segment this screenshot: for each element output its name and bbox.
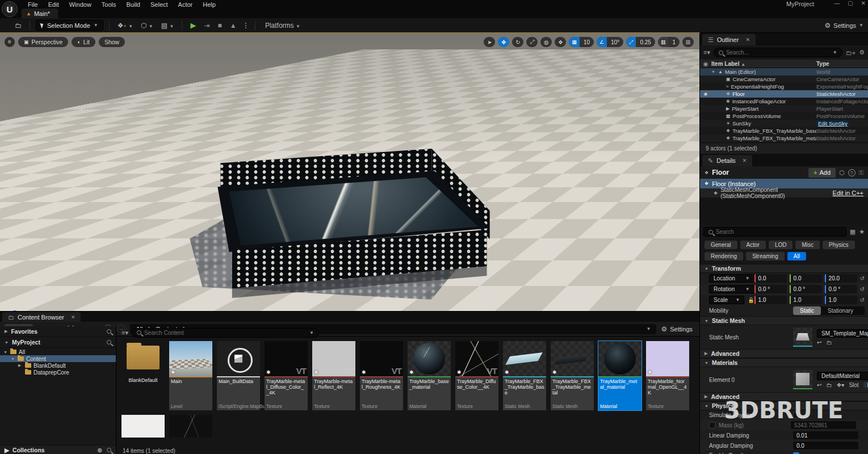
asset-tile[interactable] <box>169 415 212 438</box>
content-search-input[interactable] <box>144 330 307 336</box>
viewport[interactable]: ≡ ▣Perspective ◐Lit Show ➤ ✥ ↻ ⤢ ◍ ❖ ▦10… <box>0 33 699 311</box>
reset-icon[interactable]: ↺ <box>860 286 865 292</box>
mobility-option-static[interactable]: Static <box>793 306 821 315</box>
close-icon[interactable]: ✕ <box>71 314 76 320</box>
chevron-down-icon[interactable]: ▼ <box>833 50 837 55</box>
filter-icon[interactable]: ≡▾ <box>703 49 710 56</box>
favorites-icon[interactable]: ★ <box>859 228 865 236</box>
add-collection-icon[interactable]: ⊕ <box>97 447 102 453</box>
rotate-tool[interactable]: ↻ <box>512 37 523 47</box>
eye-icon[interactable]: ◉ <box>700 61 711 67</box>
favorites-section[interactable]: ▶ Favorites <box>0 326 116 337</box>
selection-mode-dropdown[interactable]: Selection Mode ▼ <box>36 20 103 31</box>
material-dropdown[interactable]: DefaultMaterial▼ <box>817 372 868 380</box>
component-row-staticmesh[interactable]: ❖ StaticMeshComponent (StaticMeshCompone… <box>700 188 868 197</box>
close-icon[interactable]: ✕ <box>745 37 750 43</box>
stop-button[interactable]: ■ <box>215 22 224 30</box>
section-advanced-mesh[interactable]: ▶Advanced <box>700 349 868 358</box>
material-thumbnail[interactable] <box>793 370 812 389</box>
camera-speed-control[interactable]: ▥1 <box>658 37 680 47</box>
section-materials[interactable]: ▼Materials <box>700 358 868 367</box>
play-button[interactable]: ▶ <box>188 21 198 30</box>
outliner-row[interactable]: ≈ExponentialHeightFogExponentialHeightFo… <box>700 83 868 90</box>
outliner-row[interactable]: ▣CineCameraActorCineCameraActor <box>700 75 868 83</box>
asset-tile[interactable]: TrayMarble_metal_materialMaterial <box>598 341 641 410</box>
tree-item-dataprepcore[interactable]: DataprepCore <box>0 369 116 376</box>
blueprints-icon[interactable]: ⬡ ▼ <box>139 22 156 30</box>
add-component-button[interactable]: +Add <box>808 168 836 178</box>
asset-tile[interactable]: ✱TrayMarble_FBX_TrayMarble_baseStatic Me… <box>503 341 546 410</box>
menu-actor[interactable]: Actor <box>173 1 198 9</box>
outliner-search-input[interactable] <box>726 49 830 56</box>
location-x-field[interactable]: 0.0 <box>754 274 787 283</box>
scale-dropdown[interactable]: Scale▼ <box>709 296 744 304</box>
section-static-mesh[interactable]: ▼Static Mesh <box>700 316 868 325</box>
edit-sunsky-link[interactable]: Edit SunSky <box>816 120 849 127</box>
content-search[interactable]: ▼ <box>132 328 319 338</box>
asset-folder[interactable]: BlankDefault <box>121 341 165 410</box>
tree-item-content[interactable]: ▼Content <box>0 355 116 362</box>
asset-tile[interactable]: ✱TrayMarble_base_materialMaterial <box>408 341 451 410</box>
chevron-down-icon[interactable]: ▼ <box>3 350 8 354</box>
location-y-field[interactable]: 0.0 <box>790 274 822 283</box>
collections-section[interactable]: ▶ Collections ⊕ <box>0 445 116 454</box>
angular-damping-field[interactable]: 0.0 <box>793 442 858 449</box>
lit-dropdown[interactable]: ◐Lit <box>72 37 95 47</box>
chevron-right-icon[interactable]: ▶ <box>18 363 23 368</box>
filter-chip-misc[interactable]: Misc <box>795 241 820 249</box>
menu-file[interactable]: File <box>23 1 43 9</box>
asset-tile[interactable]: VT✱TrayMarble-metal_Diffuse_Color__4KTex… <box>265 341 308 410</box>
play-options-icon[interactable] <box>242 23 249 28</box>
filter-icon[interactable]: ≡▾ <box>121 329 128 337</box>
asset-tile[interactable]: Main_BuiltData/Script/Engine.MapBu... <box>217 341 260 410</box>
menu-build[interactable]: Build <box>121 1 145 9</box>
asset-tile[interactable]: ✱TrayMarble_FBX_TrayMarble_metalStatic M… <box>551 341 594 410</box>
location-z-field[interactable]: 20.0 <box>825 274 857 283</box>
menu-help[interactable]: Help <box>198 1 221 9</box>
rotation-x-field[interactable]: 0.0 ° <box>754 285 787 293</box>
scale-z-field[interactable]: 1.0 <box>825 296 857 304</box>
eject-button[interactable]: ▲ <box>228 22 239 30</box>
display-options-icon[interactable]: ▦ <box>850 228 856 236</box>
filter-chip-physics[interactable]: Physics <box>823 241 854 249</box>
world-space-toggle[interactable]: ◍ <box>540 37 552 47</box>
outliner-settings-icon[interactable]: ⚙ <box>859 49 865 56</box>
scale-x-field[interactable]: 1.0 <box>754 296 787 304</box>
scale-snap-control[interactable]: ⤢0.25 <box>626 37 655 47</box>
level-tab[interactable]: ▲ Main* <box>22 9 58 18</box>
asset-tile[interactable]: VT✱TrayMarble_Diffuse_Color__4KTexture <box>455 341 498 410</box>
asset-tile[interactable]: VT✱TrayMarble-metal_Reflect_4KTexture <box>312 341 355 410</box>
slot-value[interactable]: Def <box>863 382 868 388</box>
maximize-button[interactable]: ▢ <box>848 0 853 6</box>
filter-chip-general[interactable]: General <box>705 241 737 249</box>
close-icon[interactable]: ✕ <box>743 158 747 163</box>
details-search[interactable] <box>703 227 846 237</box>
frame-skip-button[interactable]: ⇥ <box>202 22 212 30</box>
mobility-option-stationary[interactable]: Stationary <box>821 306 860 315</box>
outliner-row[interactable]: ☀SunSkyEdit SunSky <box>700 120 868 127</box>
rotation-y-field[interactable]: 0.0 ° <box>790 285 822 293</box>
section-transform[interactable]: ▼Transform <box>700 264 868 273</box>
asset-tile[interactable] <box>121 415 165 438</box>
filter-chip-lod[interactable]: LOD <box>769 241 793 249</box>
rotation-z-field[interactable]: 0.0 ° <box>825 285 857 293</box>
grid-snap-control[interactable]: ▦10 <box>569 37 594 47</box>
new-folder-icon[interactable]: 🗀+ <box>846 49 856 56</box>
scale-y-field[interactable]: 1.0 <box>790 296 822 304</box>
asset-tile[interactable]: VT✱TrayMarble_Normal_OpenGL__4KTexture <box>646 341 689 410</box>
filter-chip-actor[interactable]: Actor <box>740 241 766 249</box>
content-browser-icon[interactable]: 🗀 <box>12 22 24 30</box>
menu-edit[interactable]: Edit <box>43 1 64 9</box>
reset-icon[interactable]: ↺ <box>860 297 865 303</box>
edit-in-cpp-link[interactable]: Edit in C++ <box>833 190 863 196</box>
outliner-row[interactable]: ❖TrayMarble_FBX_TrayMarble_metalStaticMe… <box>700 134 868 142</box>
outliner-row[interactable]: ▼▲Main (Editor)World <box>700 68 868 75</box>
mass-override-checkbox[interactable] <box>709 422 715 428</box>
tree-item-blankdefault[interactable]: ▶BlankDefault <box>0 362 116 369</box>
mobility-option-movable[interactable]: Movable <box>860 306 865 315</box>
menu-tools[interactable]: Tools <box>97 1 121 9</box>
asset-tile[interactable]: ✱MainLevel <box>169 341 212 410</box>
viewport-menu-icon[interactable]: ≡ <box>5 37 15 47</box>
search-icon[interactable] <box>107 448 111 452</box>
help-icon[interactable]: ? <box>848 169 856 176</box>
